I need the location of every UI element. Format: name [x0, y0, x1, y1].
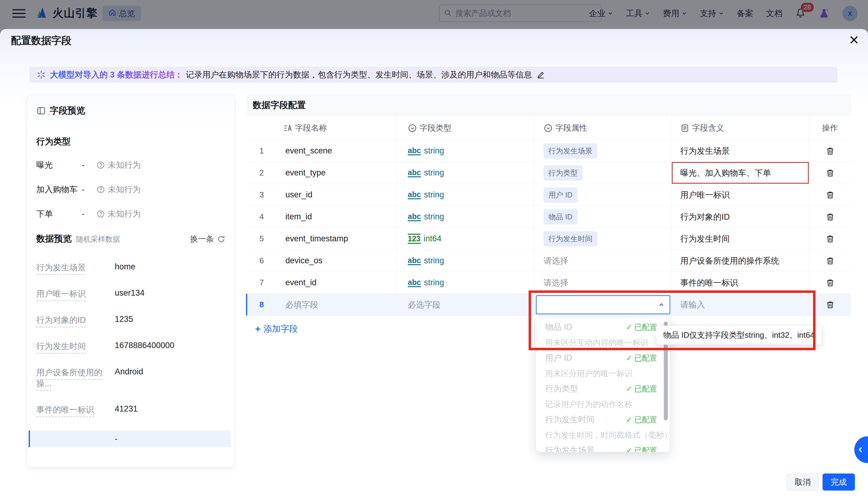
type-cell: 123int64	[397, 228, 534, 250]
ai-summary-banner: 大模型对导入的 3 条数据进行总结： 记录用户在购物场景下的行为数据，包含行为类…	[29, 67, 837, 83]
type-cell: abcstring	[397, 140, 534, 162]
configure-fields-modal: 配置数据字段 ✕ 大模型对导入的 3 条数据进行总结： 记录用户在购物场景下的行…	[0, 29, 868, 504]
meaning-input-cell[interactable]: 用户设备所使用的操作系统	[671, 250, 809, 272]
attr-select-cell[interactable]: 行为发生时间	[534, 228, 671, 250]
cancel-button[interactable]: 取消	[786, 473, 819, 491]
attr-select-cell[interactable]: 行为发生场景	[534, 140, 671, 162]
attr-select-open[interactable]	[536, 295, 670, 314]
delete-row-button[interactable]	[824, 276, 837, 289]
dropdown-option-item-id[interactable]: 物品 ID ✓已配置 用来区分互动内容的唯一标识	[536, 317, 670, 348]
unknown-behavior-label: 未知行为	[108, 184, 141, 195]
collapse-panel-button[interactable]	[854, 436, 868, 463]
type-cell: abcstring	[397, 162, 534, 183]
delete-row-button[interactable]	[824, 167, 837, 179]
attr-select-cell[interactable]: 行为类型	[534, 162, 671, 183]
add-field-button[interactable]: + 添加字段	[255, 323, 298, 343]
trash-icon	[826, 212, 835, 221]
data-preview-row: 用户设备所使用的操... Android	[36, 367, 226, 389]
delete-row-button[interactable]	[824, 210, 837, 223]
sparkle-icon	[37, 70, 46, 79]
edit-pencil-icon[interactable]	[537, 71, 545, 79]
trash-icon	[826, 168, 835, 178]
string-type-icon: abc	[408, 212, 421, 221]
panel-layout-icon	[36, 106, 46, 116]
check-icon: ✓	[626, 415, 632, 424]
field-config-card: 数据字段配置 字段名称 字段类型 字段属性 字段含义 操作 1event_	[246, 94, 851, 343]
data-preview-row: 行为发生场景 home	[36, 262, 226, 273]
type-cell[interactable]: 必选字段	[397, 294, 534, 315]
table-row: 1event_scene abcstring 行为发生场景 行为发生场景	[246, 140, 851, 162]
table-row: 3user_id abcstring 用户 ID 用户唯一标识	[246, 184, 851, 206]
type-cell: abcstring	[397, 272, 534, 294]
field-preview-header: 字段预览	[36, 105, 226, 117]
dropdown-option-behavior-scene[interactable]: 行为发生场景 ✓已配置	[536, 441, 670, 452]
field-preview-card: 字段预览 行为类型 曝光 - 未知行为 加入购物车 - 未知行为 下单 - 未知…	[27, 95, 235, 468]
item-id-tooltip: 物品 ID仅支持字段类型string、int32、int64	[656, 326, 822, 345]
table-row: 7event_id abcstring 请选择 事件的唯一标识	[246, 272, 851, 294]
column-header-action-label: 字段含义	[692, 123, 724, 133]
behavior-row: 下单 - 未知行为	[36, 208, 226, 219]
meaning-input-cell[interactable]: 行为发生场景	[671, 140, 809, 162]
dropdown-option-user-id[interactable]: 用户 ID ✓已配置 用来区分用户的唯一标识	[536, 348, 670, 379]
unknown-behavior-label: 未知行为	[108, 159, 141, 170]
behavior-type-title: 行为类型	[36, 136, 226, 147]
field-config-title: 数据字段配置	[246, 94, 851, 116]
attr-select-icon	[544, 124, 553, 133]
chevron-left-icon	[857, 447, 864, 453]
close-icon[interactable]: ✕	[845, 31, 862, 49]
meaning-input-cell[interactable]: 用户唯一标识	[671, 184, 809, 206]
attr-select-cell[interactable]: 物品 ID	[534, 206, 671, 228]
string-type-icon: abc	[408, 146, 421, 155]
delete-row-button[interactable]	[824, 145, 837, 157]
question-circle-icon	[96, 185, 105, 194]
column-header-name: 字段名称	[295, 123, 327, 133]
attr-select-cell[interactable]: 用户 ID	[534, 184, 671, 206]
table-row: 5event_timestamp 123int64 行为发生时间 行为发生时间	[246, 228, 851, 250]
data-preview-selected-row[interactable]: -	[29, 430, 231, 447]
check-icon: ✓	[626, 446, 632, 452]
data-preview-row: 事件的唯一标识 41231	[36, 404, 226, 415]
meaning-input-cell[interactable]: 请输入	[671, 294, 809, 315]
type-cell: abcstring	[397, 184, 534, 206]
meaning-input-cell-highlighted[interactable]: 曝光、加入购物车、下单	[671, 162, 809, 183]
data-preview-header: 数据预览 随机采样数据 换一条	[36, 233, 226, 245]
confirm-button[interactable]: 完成	[823, 473, 855, 491]
unknown-behavior-label: 未知行为	[108, 208, 141, 219]
switch-sample-button[interactable]: 换一条	[190, 234, 226, 244]
attr-dropdown-panel: 物品 ID ✓已配置 用来区分互动内容的唯一标识 用户 ID ✓已配置 用来区分…	[536, 317, 670, 452]
attr-select-cell[interactable]: 请选择	[534, 250, 671, 272]
data-preview-subtitle: 随机采样数据	[76, 234, 120, 244]
string-type-icon: abc	[408, 190, 421, 199]
table-header-row: 字段名称 字段类型 字段属性 字段含义 操作	[246, 116, 851, 140]
meaning-doc-icon	[680, 124, 690, 133]
field-name-icon	[283, 124, 292, 133]
string-type-icon: abc	[408, 278, 421, 287]
question-circle-icon	[96, 210, 105, 218]
delete-row-button[interactable]	[824, 232, 837, 245]
question-circle-icon	[96, 161, 105, 169]
delete-row-button[interactable]	[824, 189, 837, 201]
behavior-row: 曝光 - 未知行为	[36, 159, 226, 170]
column-header-type: 字段类型	[420, 123, 452, 133]
int-type-icon: 123	[408, 234, 421, 243]
trash-icon	[826, 256, 835, 265]
type-cell: abcstring	[397, 206, 534, 228]
meaning-input-cell[interactable]: 行为对象的ID	[671, 206, 809, 228]
trash-icon	[826, 190, 835, 200]
attr-select-cell[interactable]: 请选择	[534, 272, 671, 294]
dropdown-option-behavior-time[interactable]: 行为发生时间 ✓已配置 行为发生时间，时间戳格式（毫秒）	[536, 410, 670, 441]
column-header-attr: 字段属性	[556, 123, 587, 133]
summary-text: 记录用户在购物场景下的行为数据，包含行为类型、发生时间、场景、涉及的用户和物品等…	[186, 69, 532, 80]
refresh-icon	[217, 235, 226, 243]
data-preview-row: 行为发生时间 1678886400000	[36, 341, 226, 352]
delete-row-button[interactable]	[824, 254, 837, 267]
delete-row-button[interactable]	[824, 298, 837, 311]
data-preview-row: 用户唯一标识 user134	[36, 288, 226, 299]
behavior-row: 加入购物车 - 未知行为	[36, 184, 226, 195]
dropdown-option-behavior-type[interactable]: 行为类型 ✓已配置 记录用户行为的动作名称	[536, 379, 670, 410]
chevron-up-icon	[658, 302, 665, 308]
data-preview-row: 行为对象的ID 1235	[36, 315, 226, 326]
meaning-input-cell[interactable]: 事件的唯一标识	[671, 272, 809, 294]
plus-icon: +	[255, 324, 261, 334]
meaning-input-cell[interactable]: 行为发生时间	[671, 228, 809, 250]
